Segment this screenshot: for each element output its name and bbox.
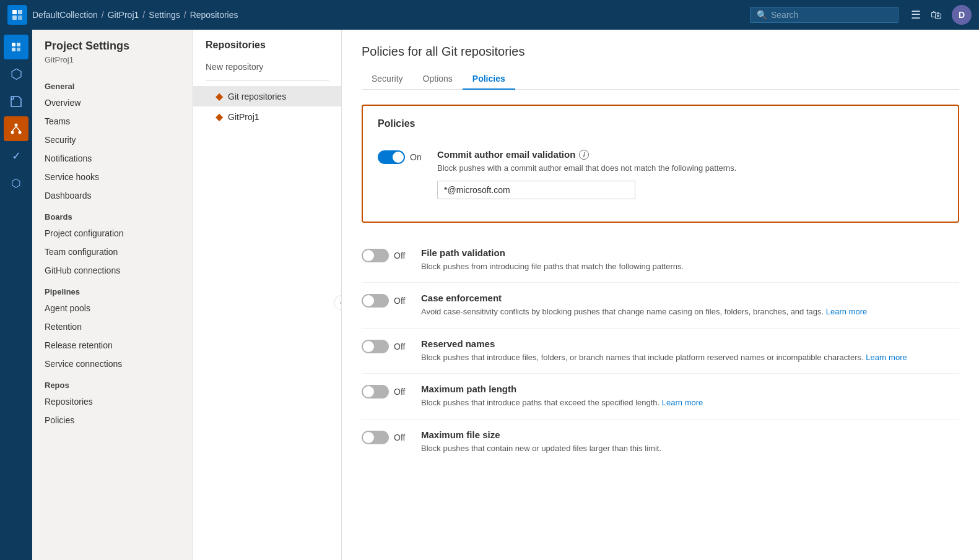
page-title: Policies for all Git repositories xyxy=(362,45,959,59)
rail-testplans[interactable]: ✓ xyxy=(4,144,28,168)
rail-pipelines[interactable] xyxy=(4,116,28,141)
tab-policies[interactable]: Policies xyxy=(463,69,515,90)
sidebar-item-github[interactable]: GitHub connections xyxy=(32,261,193,280)
sidebar-item-project-config[interactable]: Project configuration xyxy=(32,224,193,243)
sidebar-item-release-retention[interactable]: Release retention xyxy=(32,336,193,355)
commit-email-info: Commit author email validation i Block p… xyxy=(437,149,943,199)
sidebar-item-team-config[interactable]: Team configuration xyxy=(32,243,193,261)
sidebar-item-service-hooks[interactable]: Service hooks xyxy=(32,168,193,186)
avatar[interactable]: D xyxy=(952,5,972,25)
settings-subtitle: GitProj1 xyxy=(32,55,193,74)
max-path-toggle-label: Off xyxy=(394,387,405,397)
max-path-desc: Block pushes that introduce paths that e… xyxy=(421,397,959,409)
reserved-names-title: Reserved names xyxy=(421,338,959,349)
sidebar-item-security[interactable]: Security xyxy=(32,131,193,149)
sidebar-item-retention[interactable]: Retention xyxy=(32,317,193,336)
reserved-names-toggle[interactable] xyxy=(362,340,389,353)
policy-row-commit-email: On Commit author email validation i Bloc… xyxy=(378,139,943,209)
breadcrumb-project[interactable]: GitProj1 xyxy=(108,10,139,20)
max-path-info: Maximum path length Block pushes that in… xyxy=(421,384,959,409)
svg-rect-1 xyxy=(18,10,22,14)
max-file-size-toggle[interactable] xyxy=(362,431,389,444)
case-enforcement-toggle-area: Off xyxy=(362,294,411,308)
commit-email-desc: Block pushes with a commit author email … xyxy=(437,162,943,174)
settings-sidebar: Project Settings GitProj1 General Overvi… xyxy=(32,30,193,560)
file-path-toggle-label: Off xyxy=(394,251,405,261)
file-path-toggle[interactable] xyxy=(362,249,389,262)
case-enforcement-link[interactable]: Learn more xyxy=(826,307,867,316)
sidebar-item-repositories[interactable]: Repositories xyxy=(32,392,193,411)
group-label-pipelines: Pipelines xyxy=(32,280,193,299)
svg-rect-5 xyxy=(17,43,20,46)
sidebar-item-agent-pools[interactable]: Agent pools xyxy=(32,299,193,317)
policies-box-title: Policies xyxy=(378,118,943,129)
commit-email-toggle-area: On xyxy=(378,150,427,164)
case-enforcement-toggle-label: Off xyxy=(394,296,405,306)
rail-artifacts[interactable]: ⬡ xyxy=(4,171,28,196)
breadcrumb-collection[interactable]: DefaultCollection xyxy=(32,10,98,20)
app-logo[interactable] xyxy=(7,5,27,25)
git-repos-icon: ◆ xyxy=(215,90,223,102)
commit-email-pattern-input[interactable] xyxy=(437,181,635,199)
bag-icon[interactable]: 🛍 xyxy=(931,9,942,22)
svg-line-11 xyxy=(12,127,16,131)
breadcrumb-settings[interactable]: Settings xyxy=(149,10,180,20)
git-repositories-item[interactable]: ◆ Git repositories xyxy=(193,86,341,106)
collapse-panel-button[interactable]: ‹ xyxy=(334,295,342,310)
max-file-size-toggle-label: Off xyxy=(394,433,405,442)
gitproj1-icon: ◆ xyxy=(215,111,223,123)
tab-security[interactable]: Security xyxy=(362,69,413,90)
max-path-title: Maximum path length xyxy=(421,384,959,394)
breadcrumb-repositories[interactable]: Repositories xyxy=(190,10,238,20)
sidebar-item-policies[interactable]: Policies xyxy=(32,411,193,429)
rail-boards[interactable]: ⬡ xyxy=(4,62,28,87)
sidebar-item-teams[interactable]: Teams xyxy=(32,112,193,131)
search-box[interactable]: 🔍 xyxy=(750,7,899,23)
policy-row-max-file-size: Off Maximum file size Block pushes that … xyxy=(362,420,959,465)
file-path-toggle-area: Off xyxy=(362,249,411,262)
rail-repos[interactable] xyxy=(4,89,28,114)
svg-point-8 xyxy=(15,124,18,127)
svg-rect-4 xyxy=(12,43,15,46)
case-enforcement-title: Case enforcement xyxy=(421,293,959,303)
sidebar-item-dashboards[interactable]: Dashboards xyxy=(32,186,193,205)
sidebar-item-notifications[interactable]: Notifications xyxy=(32,149,193,168)
commit-email-title: Commit author email validation i xyxy=(437,149,943,160)
sidebar-item-service-connections[interactable]: Service connections xyxy=(32,355,193,373)
app-body: ⬡ ✓ ⬡ Project Settings GitProj1 General … xyxy=(0,30,979,560)
reserved-names-info: Reserved names Block pushes that introdu… xyxy=(421,338,959,364)
policies-list: Off File path validation Block pushes fr… xyxy=(362,238,959,465)
max-path-toggle[interactable] xyxy=(362,385,389,398)
max-path-toggle-area: Off xyxy=(362,385,411,398)
tab-options[interactable]: Options xyxy=(413,69,463,90)
reserved-names-link[interactable]: Learn more xyxy=(866,353,907,362)
list-icon[interactable]: ☰ xyxy=(911,8,921,22)
search-input[interactable] xyxy=(771,10,892,20)
group-label-boards: Boards xyxy=(32,205,193,224)
svg-point-9 xyxy=(11,131,14,134)
reserved-names-desc: Block pushes that introduce files, folde… xyxy=(421,351,959,364)
commit-email-info-icon[interactable]: i xyxy=(579,150,589,160)
file-path-desc: Block pushes from introducing file paths… xyxy=(421,261,959,273)
sidebar-item-overview[interactable]: Overview xyxy=(32,93,193,112)
max-path-link[interactable]: Learn more xyxy=(662,398,703,407)
rail-home[interactable] xyxy=(4,35,28,59)
search-icon: 🔍 xyxy=(757,10,767,20)
new-repository-button[interactable]: New repository xyxy=(193,58,341,75)
max-file-size-info: Maximum file size Block pushes that cont… xyxy=(421,429,959,455)
topnav-actions: ☰ 🛍 D xyxy=(911,5,972,25)
case-enforcement-toggle[interactable] xyxy=(362,294,389,308)
svg-line-12 xyxy=(16,127,20,131)
policy-row-file-path: Off File path validation Block pushes fr… xyxy=(362,238,959,283)
tabs: Security Options Policies xyxy=(362,69,959,90)
main-content: Policies for all Git repositories Securi… xyxy=(342,30,979,560)
gitproj1-item[interactable]: ◆ GitProj1 xyxy=(193,106,341,127)
commit-email-toggle[interactable] xyxy=(378,150,405,164)
commit-email-input-area xyxy=(437,181,943,199)
max-file-size-title: Maximum file size xyxy=(421,429,959,440)
group-label-general: General xyxy=(32,74,193,93)
policy-row-max-path: Off Maximum path length Block pushes tha… xyxy=(362,374,959,420)
file-path-title: File path validation xyxy=(421,248,959,258)
policies-highlighted-box: Policies On Commit author email validati… xyxy=(362,105,959,223)
icon-rail: ⬡ ✓ ⬡ xyxy=(0,30,32,560)
